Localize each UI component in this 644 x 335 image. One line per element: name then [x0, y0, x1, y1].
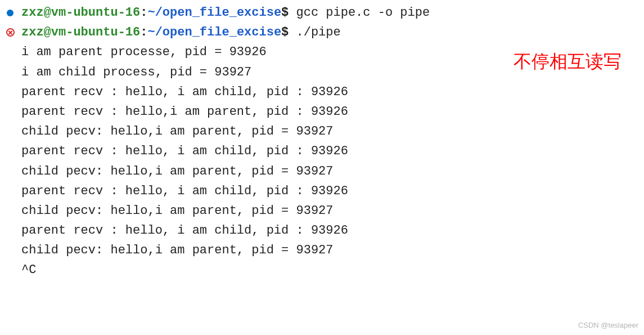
- prompt-host: vm-ubuntu-16: [51, 6, 140, 20]
- terminal-output-line: ^C: [4, 260, 644, 280]
- terminal-output-line: parent recv : hello,i am parent, pid : 9…: [4, 102, 644, 122]
- prompt-host: vm-ubuntu-16: [51, 25, 140, 39]
- terminal-output-line: parent recv : hello, i am child, pid : 9…: [4, 221, 644, 240]
- terminal-output-line: parent recv : hello, i am child, pid : 9…: [4, 181, 644, 201]
- prompt-dollar: $: [281, 6, 289, 20]
- annotation-text: 不停相互读写: [514, 47, 622, 76]
- prompt-at: @: [44, 6, 51, 20]
- prompt-line: zxz@vm-ubuntu-16:~/open_file_excise$ ./p…: [21, 23, 341, 42]
- prompt-line: zxz@vm-ubuntu-16:~/open_file_excise$ gcc…: [21, 3, 430, 23]
- prompt-path: ~/open_file_excise: [147, 25, 281, 39]
- output-text: child pecv: hello,i am parent, pid = 939…: [21, 201, 334, 221]
- output-text: i am parent processe, pid = 93926: [21, 42, 267, 62]
- output-text: parent recv : hello, i am child, pid : 9…: [21, 221, 348, 240]
- command-text: ./pipe: [289, 25, 340, 39]
- terminal-output-line: parent recv : hello, i am child, pid : 9…: [4, 141, 644, 161]
- terminal-line-1: zxz@vm-ubuntu-16:~/open_file_excise$ gcc…: [4, 3, 644, 23]
- prompt-colon: :: [140, 6, 147, 20]
- output-text: child pecv: hello,i am parent, pid = 939…: [21, 240, 334, 260]
- output-text: parent recv : hello, i am child, pid : 9…: [21, 181, 348, 201]
- terminal-output-line: child pecv: hello,i am parent, pid = 939…: [4, 201, 644, 221]
- output-text: parent recv : hello, i am child, pid : 9…: [21, 82, 348, 102]
- terminal-line-2: zxz@vm-ubuntu-16:~/open_file_excise$ ./p…: [4, 23, 644, 42]
- terminal-output-line: child pecv: hello,i am parent, pid = 939…: [4, 122, 644, 141]
- output-text: parent recv : hello,i am parent, pid : 9…: [21, 102, 348, 122]
- output-text: ^C: [21, 260, 36, 280]
- output-text: parent recv : hello, i am child, pid : 9…: [21, 141, 348, 161]
- terminal-output-line: child pecv: hello,i am parent, pid = 939…: [4, 240, 644, 260]
- blue-dot-icon: [7, 10, 13, 16]
- prompt-at: @: [44, 25, 51, 39]
- red-x-icon: [6, 28, 15, 37]
- gutter-marker-error: [4, 28, 21, 37]
- prompt-path: ~/open_file_excise: [147, 6, 281, 20]
- prompt-user: zxz: [21, 25, 44, 39]
- prompt-dollar: $: [281, 25, 289, 39]
- gutter-marker-modified: [4, 10, 21, 16]
- watermark-text: CSDN @teslapeer: [578, 320, 638, 332]
- terminal-output-line: child pecv: hello,i am parent, pid = 939…: [4, 162, 644, 181]
- prompt-user: zxz: [21, 6, 44, 20]
- output-text: child pecv: hello,i am parent, pid = 939…: [21, 162, 334, 181]
- terminal-output-line: parent recv : hello, i am child, pid : 9…: [4, 82, 644, 102]
- prompt-colon: :: [140, 25, 147, 39]
- output-text: child pecv: hello,i am parent, pid = 939…: [21, 122, 334, 141]
- command-text: gcc pipe.c -o pipe: [289, 6, 430, 20]
- output-text: i am child process, pid = 93927: [21, 62, 251, 82]
